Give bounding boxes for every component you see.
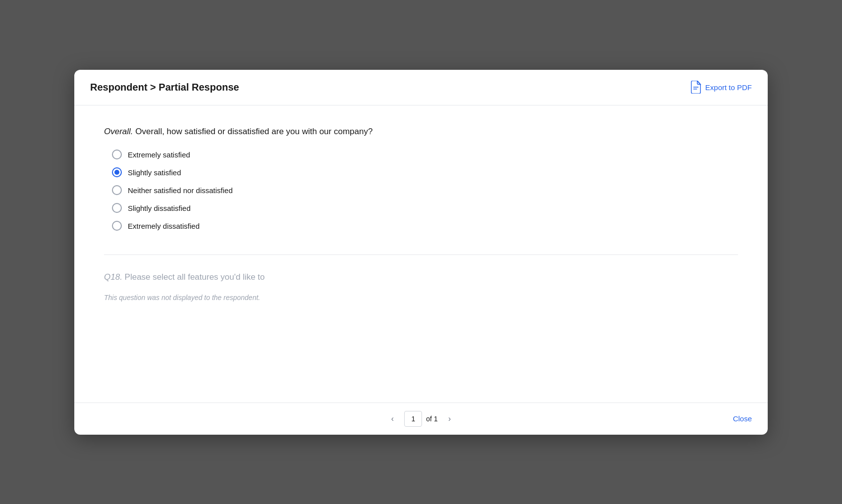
- radio-option-extremely-satisfied[interactable]: Extremely satisfied: [112, 150, 738, 159]
- pagination-controls: ‹ 1 of 1 ›: [384, 411, 457, 427]
- radio-label-extremely-satisfied: Extremely satisfied: [128, 151, 190, 159]
- question-block-overall: Overall. Overall, how satisfied or dissa…: [104, 125, 738, 231]
- close-button[interactable]: Close: [733, 414, 752, 423]
- radio-label-slightly-dissatisfied: Slightly dissatisfied: [128, 204, 191, 212]
- radio-label-neither: Neither satisfied nor dissatisfied: [128, 186, 233, 195]
- question-block-q18: Q18. Please select all features you'd li…: [104, 271, 738, 302]
- modal-header: Respondent > Partial Response Export to …: [74, 70, 768, 105]
- question-label-q18: Q18. Please select all features you'd li…: [104, 271, 738, 284]
- question-text-q18: Please select all features you'd like to: [125, 272, 265, 282]
- modal-footer: ‹ 1 of 1 › Close: [74, 403, 768, 435]
- radio-option-neither[interactable]: Neither satisfied nor dissatisfied: [112, 185, 738, 195]
- prev-page-button[interactable]: ‹: [384, 411, 400, 427]
- radio-circle-extremely-satisfied: [112, 150, 122, 159]
- current-page-box: 1: [404, 411, 422, 427]
- radio-label-slightly-satisfied: Slightly satisfied: [128, 168, 181, 177]
- radio-circle-neither: [112, 185, 122, 195]
- radio-option-slightly-satisfied[interactable]: Slightly satisfied: [112, 167, 738, 177]
- modal-title: Respondent > Partial Response: [90, 82, 239, 93]
- section-divider: [104, 254, 738, 255]
- not-displayed-notice: This question was not displayed to the r…: [104, 294, 738, 302]
- question-text-overall: Overall, how satisfied or dissatisfied a…: [135, 127, 372, 136]
- modal-body: Overall. Overall, how satisfied or dissa…: [74, 105, 768, 403]
- modal-container: Respondent > Partial Response Export to …: [74, 70, 768, 435]
- radio-circle-extremely-dissatisfied: [112, 221, 122, 231]
- export-label: Export to PDF: [705, 83, 752, 92]
- radio-circle-slightly-dissatisfied: [112, 203, 122, 213]
- page-of-label: of 1: [426, 415, 437, 423]
- question-prefix-q18: Q18.: [104, 272, 122, 282]
- radio-label-extremely-dissatisfied: Extremely dissatisfied: [128, 222, 200, 230]
- current-page-number: 1: [411, 415, 415, 423]
- question-label-overall: Overall. Overall, how satisfied or dissa…: [104, 125, 738, 138]
- export-to-pdf-button[interactable]: Export to PDF: [690, 81, 752, 94]
- next-page-button[interactable]: ›: [442, 411, 458, 427]
- radio-option-slightly-dissatisfied[interactable]: Slightly dissatisfied: [112, 203, 738, 213]
- pdf-icon: [690, 81, 701, 94]
- radio-options-overall: Extremely satisfied Slightly satisfied N…: [104, 150, 738, 231]
- question-prefix-overall: Overall.: [104, 127, 133, 136]
- radio-option-extremely-dissatisfied[interactable]: Extremely dissatisfied: [112, 221, 738, 231]
- radio-circle-slightly-satisfied: [112, 167, 122, 177]
